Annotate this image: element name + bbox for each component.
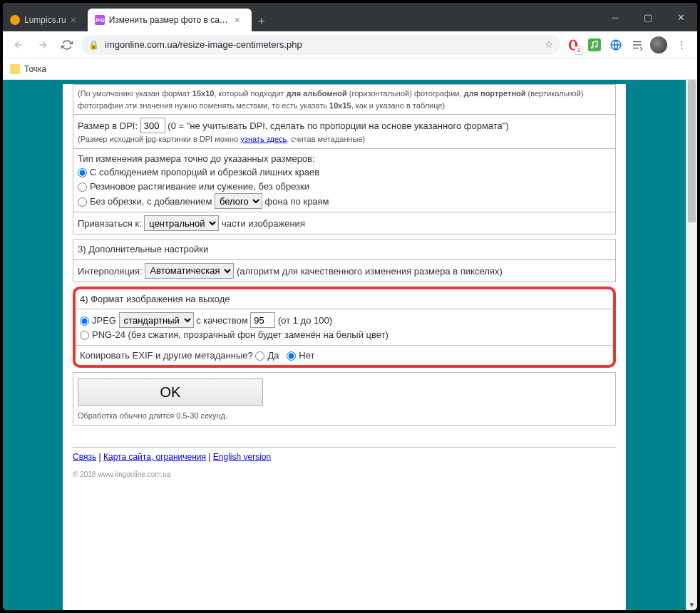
resize-type-label: Тип изменения размера точно до указанных… [78, 152, 611, 166]
vertical-scrollbar[interactable]: ▲ ▼ [686, 80, 697, 610]
copyright: © 2018 www.imgonline.com.ua [73, 470, 616, 478]
svg-rect-2 [588, 38, 601, 51]
submit-section: OK Обработка обычно длится 0.5-30 секунд… [73, 372, 616, 426]
address-bar: 🔒 imgonline.com.ua/resize-image-centimet… [3, 31, 697, 58]
processing-hint: Обработка обычно длится 0.5-30 секунд. [78, 410, 611, 422]
tab-lumpics[interactable]: Lumpics.ru × [3, 9, 88, 31]
extension-globe[interactable] [607, 36, 624, 53]
forward-button[interactable] [33, 35, 53, 55]
dpi-label: Размер в DPI: [78, 120, 138, 131]
interpolation-label: Интерполяция: [78, 265, 145, 276]
format-note: (По умолчанию указан формат 15x10, котор… [78, 88, 611, 111]
bookmark-star-icon[interactable]: ☆ [545, 39, 553, 50]
section-4-output-format: 4) Формат изображения на выходе JPEG ста… [73, 287, 616, 369]
reload-button[interactable] [57, 35, 77, 55]
maximize-button[interactable]: ▢ [632, 3, 664, 31]
svg-point-4 [595, 45, 597, 47]
resize-opt-crop[interactable]: С соблюдением пропорций и обрезкой лишни… [78, 167, 319, 177]
format-png-option[interactable]: PNG-24 (без сжатия, прозрачный фон будет… [80, 329, 388, 340]
pad-color-select[interactable]: белого [215, 193, 262, 209]
extension-opera[interactable] [565, 36, 582, 53]
dpi-subnote: (Размер исходной jpg-картинки в DPI можн… [78, 133, 611, 145]
bookmark-item[interactable]: Точка [24, 64, 46, 74]
new-tab-button[interactable]: + [252, 11, 272, 31]
format-jpeg-option[interactable]: JPEG [80, 315, 116, 326]
minimize-button[interactable]: ─ [599, 3, 632, 31]
lock-icon: 🔒 [88, 40, 99, 50]
extension-music[interactable] [586, 36, 603, 53]
exif-label: Копировать EXIF и другие метаданные? [80, 350, 255, 361]
bookmark-favicon [10, 64, 20, 74]
scrollbar-thumb[interactable] [688, 80, 696, 222]
close-tab-icon[interactable]: × [71, 14, 81, 26]
footer-english-link[interactable]: English version [213, 452, 271, 462]
resize-opt-pad[interactable]: Без обрезки, с добавлением [78, 196, 215, 207]
section-2-resize: (По умолчанию указан формат 15x10, котор… [73, 84, 616, 235]
omnibox[interactable]: 🔒 imgonline.com.ua/resize-image-centimet… [81, 35, 560, 55]
jpeg-quality-input[interactable] [250, 312, 275, 328]
interpolation-select[interactable]: Автоматическая [145, 263, 234, 279]
close-tab-icon[interactable]: × [235, 14, 245, 26]
resize-opt-stretch[interactable]: Резиновое растягивание или сужение, без … [78, 181, 309, 192]
favicon-imgonline: JPG [95, 15, 105, 25]
favicon-lumpics [10, 15, 20, 25]
dpi-link[interactable]: узнать здесь [240, 135, 287, 143]
profile-avatar[interactable] [650, 36, 667, 53]
page-content: (По умолчанию указан формат 15x10, котор… [3, 80, 686, 610]
ok-button[interactable]: OK [78, 378, 263, 406]
section-3-advanced: 3) Дополнительные настройки Интерполяция… [73, 239, 616, 282]
tab-title: Изменить размер фото в санти [109, 15, 230, 25]
section-4-title: 4) Формат изображения на выходе [76, 289, 613, 310]
svg-point-3 [591, 46, 593, 48]
exif-no-option[interactable]: Нет [287, 350, 314, 361]
close-window-button[interactable]: ✕ [664, 3, 697, 31]
url-text: imgonline.com.ua/resize-image-centimeter… [105, 39, 539, 50]
interpolation-hint: (алгоритм для качественного изменения ра… [237, 265, 503, 276]
dpi-hint: (0 = "не учитывать DPI, сделать по пропо… [168, 120, 508, 131]
tab-imgonline[interactable]: JPG Изменить размер фото в санти × [88, 9, 252, 31]
anchor-select[interactable]: центральной [144, 215, 219, 231]
jpeg-quality-hint: (от 1 до 100) [278, 315, 332, 326]
svg-point-1 [571, 41, 575, 49]
reading-list-icon[interactable] [629, 36, 646, 53]
exif-yes-option[interactable]: Да [255, 350, 279, 361]
section-3-title: 3) Дополнительные настройки [73, 239, 615, 260]
back-button[interactable] [9, 35, 29, 55]
jpeg-type-select[interactable]: стандартный [119, 312, 194, 328]
tab-title: Lumpics.ru [24, 15, 66, 25]
menu-button[interactable]: ⋮ [671, 35, 691, 55]
bookmarks-bar: Точка [3, 58, 697, 80]
anchor-label: Привязаться к: [78, 218, 144, 229]
footer-links: Связь | Карта сайта, ограничения | Engli… [73, 447, 616, 466]
scroll-down-icon[interactable]: ▼ [686, 599, 697, 610]
browser-titlebar: Lumpics.ru × JPG Изменить размер фото в … [3, 3, 697, 31]
dpi-input[interactable] [140, 118, 165, 133]
footer-contact-link[interactable]: Связь [73, 452, 96, 462]
footer-sitemap-link[interactable]: Карта сайта, ограничения [103, 452, 206, 462]
